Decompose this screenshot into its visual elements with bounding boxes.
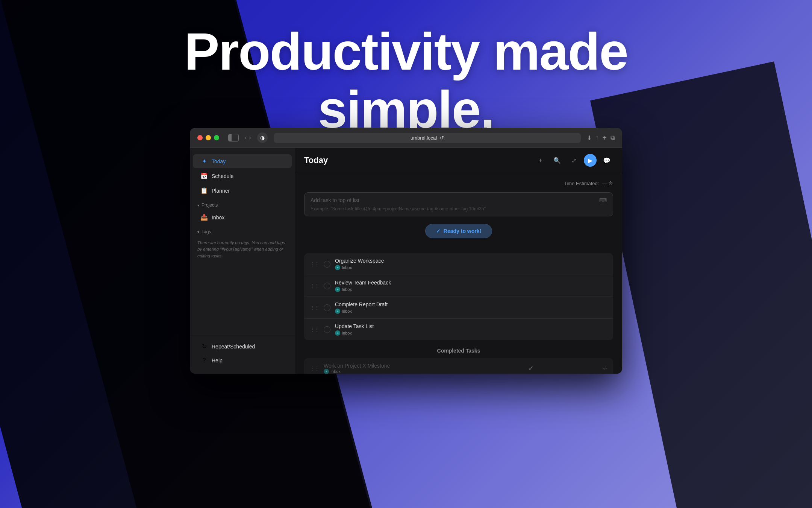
hero-line1: Productivity made simple, (184, 22, 628, 139)
project-dot-icon: ✦ (335, 265, 340, 270)
browser-window: ‹ › ◑ umbrel.local ↺ ⬇ ↑ + ⧉ ✦ Today 📅 (190, 128, 622, 374)
sidebar-item-today[interactable]: ✦ Today (193, 154, 292, 168)
task-project-3: ✦ Inbox (335, 309, 607, 314)
completed-task-project-label: Inbox (330, 369, 341, 374)
tags-chevron[interactable]: ▾ (197, 230, 199, 234)
task-project-label-2: Inbox (342, 287, 352, 292)
completed-task-info: Work on Project X Milestone ✦ Inbox (324, 363, 459, 374)
drag-handle-icon: ⋮⋮ (310, 366, 319, 371)
task-input-container[interactable]: Add task to top of list ⌨ Example: "Some… (304, 192, 613, 216)
theme-toggle[interactable]: ◑ (257, 132, 268, 143)
new-tab-button[interactable]: + (602, 134, 607, 142)
minimize-button[interactable] (206, 135, 211, 140)
task-checkbox-2[interactable] (324, 283, 330, 289)
schedule-icon: 📅 (200, 172, 208, 179)
task-project-label-3: Inbox (342, 309, 352, 313)
task-input-placeholder: Add task to top of list (311, 197, 359, 203)
time-estimated-value: — ⏱ (602, 181, 613, 186)
task-title-4: Update Task List (335, 323, 607, 329)
task-checkbox-1[interactable] (324, 261, 330, 268)
ready-to-work-button[interactable]: ✓ Ready to work! (425, 224, 492, 238)
browser-actions: ⬇ ↑ + ⧉ (587, 134, 615, 142)
task-info-3: Complete Report Draft ✦ Inbox (335, 301, 607, 314)
fullscreen-button[interactable]: ⤢ (567, 154, 580, 167)
task-project-label-4: Inbox (342, 331, 352, 335)
task-info-2: Review Team Feedback ✦ Inbox (335, 280, 607, 292)
time-estimated: Time Estimated: — ⏱ (304, 181, 613, 186)
time-estimated-label: Time Estimated: (564, 181, 599, 186)
help-icon: ? (200, 357, 208, 364)
ready-button-label: Ready to work! (444, 228, 481, 234)
projects-section-label: Projects (201, 202, 218, 208)
add-task-button[interactable]: + (534, 154, 547, 167)
drag-handle-icon: ⋮⋮ (310, 262, 319, 267)
projects-chevron[interactable]: ▾ (197, 203, 199, 207)
completed-task-title: Work on Project X Milestone (324, 363, 459, 369)
download-icon[interactable]: ⬇ (587, 134, 592, 141)
app-layout: ✦ Today 📅 Schedule 📋 Planner ▾ Projects … (190, 148, 622, 374)
drag-handle-icon: ⋮⋮ (310, 305, 319, 310)
sidebar-item-repeat[interactable]: ↻ Repeat/Scheduled (193, 339, 292, 353)
task-title-3: Complete Report Draft (335, 301, 607, 307)
refresh-icon[interactable]: ↺ (440, 135, 444, 141)
sidebar-toggle[interactable] (228, 134, 239, 141)
tabs-icon[interactable]: ⧉ (611, 134, 615, 141)
projects-section-header: ▾ Projects (190, 198, 295, 210)
share-icon[interactable]: ↑ (595, 134, 598, 141)
page-title: Today (304, 155, 328, 165)
nav-arrows: ‹ › (245, 134, 251, 141)
task-item[interactable]: ⋮⋮ Review Team Feedback ✦ Inbox (304, 275, 613, 297)
task-item[interactable]: ⋮⋮ Organize Workspace ✦ Inbox (304, 253, 613, 275)
sidebar-bottom: ↻ Repeat/Scheduled ? Help (190, 335, 295, 368)
task-input-main: Add task to top of list ⌨ (311, 197, 607, 203)
task-checkbox-4[interactable] (324, 326, 330, 333)
play-button[interactable]: ▶ (584, 154, 597, 167)
planner-icon: 📋 (200, 187, 208, 194)
drag-handle-icon: ⋮⋮ (310, 327, 319, 332)
forward-arrow[interactable]: › (249, 134, 251, 141)
project-dot-icon: ✦ (335, 287, 340, 292)
tags-section-header: ▾ Tags (190, 225, 295, 237)
browser-chrome: ‹ › ◑ umbrel.local ↺ ⬇ ↑ + ⧉ (190, 128, 622, 148)
chat-button[interactable]: 💬 (600, 154, 613, 167)
completed-time: -/- (603, 366, 607, 371)
completed-checkmark-icon: ✓ (463, 364, 598, 373)
content-area: Time Estimated: — ⏱ Add task to top of l… (295, 173, 622, 374)
task-list: ⋮⋮ Organize Workspace ✦ Inbox ⋮⋮ (304, 253, 613, 340)
task-item[interactable]: ⋮⋮ Complete Report Draft ✦ Inbox (304, 297, 613, 319)
completed-task-item: ⋮⋮ Work on Project X Milestone ✦ Inbox ✓… (304, 358, 613, 374)
header-actions: + 🔍 ⤢ ▶ 💬 (534, 154, 613, 167)
sidebar: ✦ Today 📅 Schedule 📋 Planner ▾ Projects … (190, 148, 295, 374)
project-dot-icon: ✦ (324, 369, 329, 374)
completed-section-header: Completed Tasks (304, 348, 613, 354)
task-title-2: Review Team Feedback (335, 280, 607, 286)
tags-empty-message: There are currently no tags. You can add… (190, 237, 295, 262)
task-checkbox-3[interactable] (324, 304, 330, 311)
url-display: umbrel.local (411, 135, 437, 141)
ready-checkmark-icon: ✓ (436, 228, 441, 234)
maximize-button[interactable] (214, 135, 219, 140)
completed-task-project: ✦ Inbox (324, 369, 459, 374)
project-dot-icon: ✦ (335, 330, 340, 336)
today-icon: ✦ (200, 158, 208, 165)
search-button[interactable]: 🔍 (551, 154, 564, 167)
sidebar-item-help[interactable]: ? Help (193, 354, 292, 367)
tags-section-label: Tags (201, 229, 211, 234)
repeat-icon: ↻ (200, 343, 208, 350)
inbox-icon: 📥 (200, 214, 208, 221)
task-input-format-icon: ⌨ (599, 197, 607, 203)
sidebar-item-inbox[interactable]: 📥 Inbox (193, 210, 292, 224)
task-project-2: ✦ Inbox (335, 287, 607, 292)
close-button[interactable] (197, 135, 203, 140)
main-header: Today + 🔍 ⤢ ▶ 💬 (295, 148, 622, 173)
task-item[interactable]: ⋮⋮ Update Task List ✦ Inbox (304, 319, 613, 340)
task-info-4: Update Task List ✦ Inbox (335, 323, 607, 336)
task-title-1: Organize Workspace (335, 258, 607, 264)
back-arrow[interactable]: ‹ (245, 134, 247, 141)
sidebar-item-planner[interactable]: 📋 Planner (193, 184, 292, 198)
task-project-4: ✦ Inbox (335, 330, 607, 336)
address-bar[interactable]: umbrel.local ↺ (274, 133, 581, 143)
sidebar-item-schedule[interactable]: 📅 Schedule (193, 169, 292, 183)
main-content: Today + 🔍 ⤢ ▶ 💬 Time Estimated: — ⏱ (295, 148, 622, 374)
task-project-1: ✦ Inbox (335, 265, 607, 270)
